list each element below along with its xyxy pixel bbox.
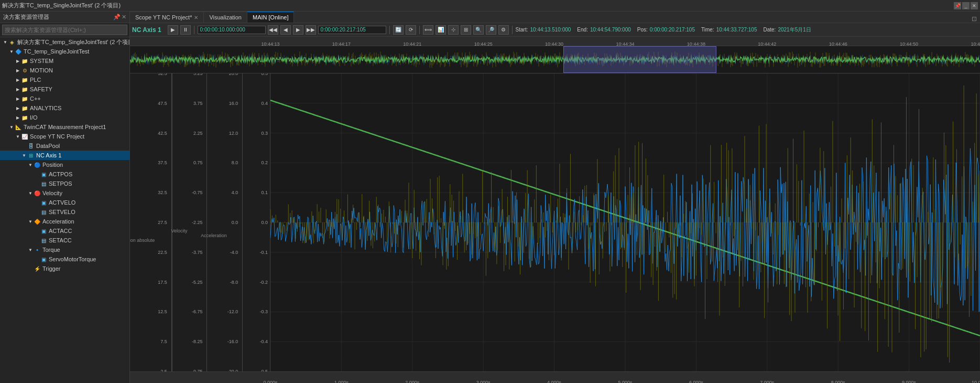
tree-arrow-io[interactable]: ▶ (15, 115, 21, 120)
tree-arrow-system[interactable]: ▶ (15, 59, 21, 63)
overview-panel[interactable] (130, 46, 980, 73)
panel-close-icon[interactable]: ✕ (122, 14, 126, 20)
zoom-out-btn[interactable]: 🔎 (486, 25, 496, 35)
tree-item-position[interactable]: ▼🔵Position (0, 160, 129, 169)
tree-arrow-scope-project[interactable]: ▼ (15, 134, 21, 139)
tree-icon-tc-temp: 🔷 (15, 48, 22, 55)
tree-item-servomotortorque[interactable]: ▣ServoMotorTorque (0, 254, 129, 264)
prev-btn[interactable]: ◀◀ (268, 25, 278, 35)
chart-main[interactable] (270, 73, 980, 371)
tree-arrow-solution[interactable]: ▼ (2, 40, 8, 45)
time-range-input[interactable] (198, 26, 266, 34)
y-tick: 0.0 (261, 220, 268, 225)
tree-icon-acceleration: 🔶 (34, 218, 41, 225)
x-axis-tick: 5.000s (618, 380, 632, 384)
next-step-btn[interactable]: ▶ (293, 25, 303, 35)
y-tick: 3.75 (193, 101, 203, 106)
tree-icon-datapool: 🗄 (27, 142, 35, 150)
tab-scope[interactable]: Scope YT NC Project* ✕ (130, 12, 204, 23)
overview-selection[interactable] (563, 46, 716, 73)
pin-button[interactable]: 📌 (954, 2, 961, 9)
zoom-in-btn[interactable]: 🔍 (473, 25, 484, 35)
y-axis-left: Position absolute 52.547.542.537.532.527… (130, 73, 270, 371)
cursor-btn[interactable]: ⊹ (448, 25, 459, 35)
tree-item-setvelo[interactable]: ▤SETVELO (0, 207, 129, 217)
tree-item-nc-axis1[interactable]: ▼⊞NC Axis 1 (0, 151, 129, 160)
zoom-btn[interactable]: ⟺ (423, 25, 433, 35)
tree-arrow-nc-axis1[interactable]: ▼ (21, 153, 27, 158)
tree-arrow-safety[interactable]: ▶ (15, 87, 21, 92)
tree-item-io[interactable]: ▶📁I/O (0, 113, 129, 122)
y-tick: 0.4 (261, 101, 268, 106)
tree-item-setacc[interactable]: ▤SETACC (0, 236, 129, 245)
tree-item-setpos[interactable]: ▤SETPOS (0, 179, 129, 188)
tree-arrow-analytics[interactable]: ▶ (15, 106, 21, 111)
tree-item-actacc[interactable]: ▣ACTACC (0, 226, 129, 236)
title-bar-controls[interactable]: 📌 _ ✕ (954, 2, 978, 9)
tree-item-torque[interactable]: ▼🔹Torque (0, 245, 129, 254)
y-tick: 0.3 (261, 131, 268, 136)
tree-arrow-twin-project[interactable]: ▼ (8, 125, 15, 130)
next-btn[interactable]: ▶▶ (306, 25, 316, 35)
tree-item-velocity[interactable]: ▼🔴Velocity (0, 188, 129, 198)
x-axis-tick: 1.000s (334, 380, 349, 384)
tree-item-actvelo[interactable]: ▣ACTVELO (0, 198, 129, 207)
x-axis-tick: 6.000s (689, 380, 703, 384)
tree-item-tc-temp[interactable]: ▼🔷TC_temp_SingleJointTest (0, 47, 129, 56)
settings-btn[interactable]: ⚙ (498, 25, 509, 35)
tree-label-analytics: ANALYTICS (30, 105, 61, 111)
pause-btn[interactable]: ⏸ (180, 25, 191, 35)
close-button[interactable]: ✕ (971, 2, 978, 9)
tree-item-acceleration[interactable]: ▼🔶Acceleration (0, 217, 129, 226)
left-panel: 决方案资源管理器 📌 ✕ ▼◈解决方案'TC_temp_SingleJointT… (0, 12, 130, 383)
overview-time-tick: 10:44:30 (545, 41, 563, 47)
date-value: 2021年5月1日 (778, 26, 811, 34)
tree-arrow-acceleration[interactable]: ▼ (27, 219, 34, 224)
tree-item-safety[interactable]: ▶📁SAFETY (0, 84, 129, 94)
sync-btn[interactable]: ⟳ (406, 25, 416, 35)
tree-arrow-position[interactable]: ▼ (27, 163, 34, 167)
y-tick: -0.4 (259, 339, 268, 344)
play-btn[interactable]: ▶ (168, 25, 178, 35)
tree-label-scope-project: Scope YT NC Project (30, 133, 84, 140)
y-tick: -0.3 (259, 309, 268, 314)
tab-visualization[interactable]: Visualization (204, 12, 247, 23)
tab-scope-close[interactable]: ✕ (194, 15, 198, 20)
tree-item-solution[interactable]: ▼◈解决方案'TC_temp_SingleJointTest' (2 个项目) (0, 37, 129, 47)
tree-arrow-cpp[interactable]: ▶ (15, 97, 21, 101)
tree-arrow-tc-temp[interactable]: ▼ (8, 49, 15, 54)
x-axis-tick: 7.000s (760, 380, 774, 384)
start-value: 10:44:13.510:000 (530, 27, 571, 33)
refresh-btn[interactable]: 🔄 (393, 25, 404, 35)
tree-item-analytics[interactable]: ▶📁ANALYTICS (0, 103, 129, 113)
tree-label-datapool: DataPool (36, 143, 60, 149)
tree-arrow-velocity[interactable]: ▼ (27, 191, 34, 196)
tree-item-actpos[interactable]: ▣ACTPOS (0, 169, 129, 179)
tree-item-system[interactable]: ▶📁SYSTEM (0, 56, 129, 66)
tree-arrow-torque[interactable]: ▼ (27, 248, 34, 252)
y-tick: 52.5 (158, 73, 167, 76)
tree-item-trigger[interactable]: ⚡Trigger (0, 264, 129, 273)
position-input[interactable] (318, 26, 386, 34)
tree-label-system: SYSTEM (30, 58, 53, 64)
tab-main[interactable]: MAIN [Online] (247, 12, 294, 23)
prev-step-btn[interactable]: ◀ (280, 25, 291, 35)
y-tick: 8.0 (232, 160, 238, 165)
fit-btn[interactable]: ⊞ (461, 25, 471, 35)
tree-item-cpp[interactable]: ▶📁C++ (0, 94, 129, 103)
tree-item-motion[interactable]: ▶⚙MOTION (0, 66, 129, 75)
tree-label-servomotortorque: ServoMotorTorque (49, 256, 96, 262)
search-input[interactable] (2, 25, 127, 35)
tree-item-twin-project[interactable]: ▼📐TwinCAT Measurement Project1 (0, 122, 129, 132)
tree-item-scope-project[interactable]: ▼📈Scope YT NC Project (0, 132, 129, 141)
tree-item-plc[interactable]: ▶📁PLC (0, 75, 129, 84)
minimize-button[interactable]: _ (962, 2, 970, 9)
tree-icon-actpos: ▣ (40, 171, 47, 178)
panel-pin-icon[interactable]: 📌 (113, 14, 121, 20)
tree-item-datapool[interactable]: 🗄DataPool (0, 141, 129, 151)
maximize-icon[interactable]: ⊡ (968, 15, 980, 23)
tree-arrow-plc[interactable]: ▶ (15, 78, 21, 82)
y-tick: 20.0 (229, 73, 238, 76)
tree-arrow-motion[interactable]: ▶ (15, 68, 21, 73)
chart-btn[interactable]: 📊 (435, 25, 446, 35)
